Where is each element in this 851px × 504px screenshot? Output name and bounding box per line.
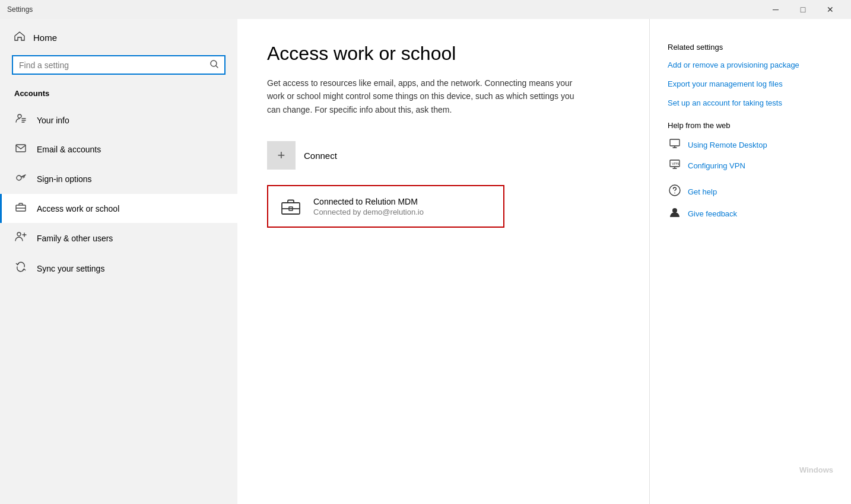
help-web-title: Help from the web [668,121,833,130]
app-title: Settings [7,5,33,14]
svg-point-13 [17,232,21,236]
accounts-header: Accounts [0,84,237,105]
plus-icon: + [278,148,285,163]
link-test-account[interactable]: Set up an account for taking tests [668,98,833,109]
sync-icon [14,261,27,275]
search-icon [210,60,218,70]
get-help-icon [668,184,682,199]
access-work-label: Access work or school [37,204,119,213]
sign-in-label: Sign-in options [37,174,92,184]
link-remote-desktop[interactable]: Using Remote Desktop [688,141,767,149]
mdm-text-group: Connected to Relution MDM Connected by d… [313,197,424,216]
key-icon [14,172,27,186]
svg-text:VPN: VPN [672,162,679,165]
minimize-button[interactable]: ─ [762,0,789,19]
sidebar: Home Accounts [0,19,237,504]
envelope-icon [14,143,27,155]
mdm-icon-box [277,192,305,221]
family-users-label: Family & other users [37,234,113,243]
home-label: Home [33,33,57,43]
sync-settings-label: Sync your settings [37,264,104,273]
page-title: Access work or school [267,43,620,65]
connect-button[interactable]: + Connect [267,135,620,176]
person-lines-icon [14,113,27,127]
sidebar-item-your-info[interactable]: Your info [0,105,237,135]
sidebar-item-access-work[interactable]: Access work or school [0,194,237,223]
svg-rect-19 [670,139,679,146]
svg-point-7 [17,176,21,180]
connect-label: Connect [304,151,337,161]
right-panel: Related settings Add or remove a provisi… [649,19,851,504]
sidebar-item-sign-in[interactable]: Sign-in options [0,164,237,194]
search-input[interactable] [19,60,205,70]
maximize-button[interactable]: □ [789,0,817,19]
help-item-get-help: Get help [668,184,833,199]
mdm-title: Connected to Relution MDM [313,197,424,206]
sidebar-item-email-accounts[interactable]: Email & accounts [0,135,237,164]
svg-point-27 [674,192,675,193]
window-controls: ─ □ ✕ [762,0,844,19]
search-box [12,55,226,75]
help-item-give-feedback: Give feedback [668,206,833,221]
home-icon [14,31,25,44]
link-give-feedback[interactable]: Give feedback [688,209,737,218]
close-button[interactable]: ✕ [817,0,844,19]
svg-point-2 [18,114,21,118]
svg-point-28 [672,208,677,213]
your-info-label: Your info [37,116,69,125]
svg-line-1 [216,66,218,68]
svg-rect-6 [16,145,26,152]
feedback-section: Get help Give feedback [668,184,833,221]
give-feedback-icon [668,206,682,221]
person-plus-icon [14,231,27,245]
remote-desktop-icon [668,138,682,152]
search-container [0,50,237,84]
link-provisioning[interactable]: Add or remove a provisioning package [668,60,833,71]
main-content: Access work or school Get access to reso… [237,19,649,504]
briefcase-icon [14,202,27,215]
email-accounts-label: Email & accounts [37,145,101,154]
mdm-subtitle: Connected by demo@relution.io [313,208,424,216]
page-description: Get access to resources like email, apps… [267,76,588,116]
help-item-remote-desktop: Using Remote Desktop [668,138,833,152]
title-bar: Settings ─ □ ✕ [0,0,851,19]
link-export-logs[interactable]: Export your management log files [668,79,833,90]
sidebar-item-family-users[interactable]: Family & other users [0,223,237,253]
windows-watermark: Windows [799,465,833,474]
related-settings-title: Related settings [668,43,833,52]
vpn-icon: VPN [668,159,682,173]
link-get-help[interactable]: Get help [688,187,717,196]
sidebar-item-home[interactable]: Home [0,19,237,50]
link-vpn[interactable]: Configuring VPN [688,161,745,170]
sidebar-item-sync-settings[interactable]: Sync your settings [0,253,237,283]
app-body: Home Accounts [0,19,851,504]
help-item-vpn: VPN Configuring VPN [668,159,833,173]
mdm-item[interactable]: Connected to Relution MDM Connected by d… [267,185,504,228]
connect-plus-box: + [267,141,296,170]
mdm-briefcase-icon [281,198,300,215]
